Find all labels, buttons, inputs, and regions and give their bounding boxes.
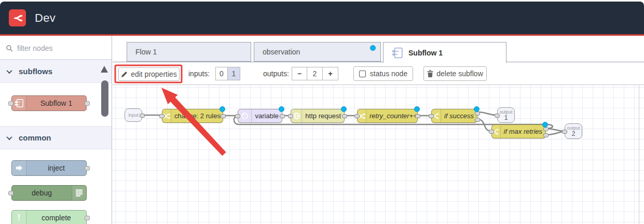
trash-icon xyxy=(427,70,433,77)
node-port[interactable] xyxy=(140,114,145,118)
debug-list-icon xyxy=(72,186,86,200)
modified-indicator-dot xyxy=(341,106,347,112)
flow-node-if-success[interactable]: if success xyxy=(431,109,477,123)
tab-observation[interactable]: observation xyxy=(254,42,381,62)
node-port[interactable] xyxy=(543,133,549,137)
subflow-output-2-node[interactable]: output 2 xyxy=(565,123,582,139)
wires xyxy=(113,85,644,224)
subflow-icon xyxy=(392,47,403,59)
palette-port xyxy=(8,191,13,195)
palette-category-common[interactable]: common xyxy=(0,126,112,149)
palette-search xyxy=(0,37,112,60)
exclamation-icon: ! xyxy=(12,211,26,224)
node-port[interactable] xyxy=(543,127,549,131)
workspace-tabs: Flow 1 observation Subflow 1 xyxy=(113,37,644,62)
flow-node-variable[interactable]: variable xyxy=(238,109,282,123)
node-port[interactable] xyxy=(354,114,360,118)
node-port[interactable] xyxy=(475,118,480,122)
palette-node-subflow-1[interactable]: Subflow 1 xyxy=(11,95,87,111)
palette-port xyxy=(85,166,90,171)
modified-indicator-dot xyxy=(220,106,225,112)
subflow-input-node[interactable]: input xyxy=(125,108,142,122)
palette-sidebar: subflows Subflow 1 common xyxy=(0,36,112,224)
palette-port xyxy=(85,101,90,106)
tab-flow-1[interactable]: Flow 1 xyxy=(127,42,251,62)
node-port[interactable] xyxy=(415,114,420,118)
outputs-label: outputs: xyxy=(263,62,289,85)
node-port[interactable] xyxy=(235,114,240,118)
flow-node-http-request[interactable]: http request xyxy=(291,109,345,123)
edit-properties-button[interactable]: edit properties xyxy=(118,67,180,81)
node-port[interactable] xyxy=(159,114,165,118)
inputs-label: inputs: xyxy=(188,62,210,85)
outputs-decrement-button[interactable]: − xyxy=(292,67,307,80)
subflow-icon xyxy=(12,96,26,110)
modified-indicator-dot xyxy=(414,106,420,112)
node-port[interactable] xyxy=(562,130,567,134)
palette-category-subflows[interactable]: subflows xyxy=(0,60,112,83)
search-icon xyxy=(6,45,13,52)
checkbox-icon xyxy=(359,71,366,77)
chevron-down-icon xyxy=(6,134,12,139)
palette-node-debug[interactable]: debug xyxy=(11,185,87,201)
outputs-stepper: − 2 + xyxy=(292,67,338,80)
status-node-toggle[interactable]: status node xyxy=(353,66,413,81)
flow-node-retry-counter[interactable]: retry_counter++ xyxy=(357,109,418,123)
app-header: Dev xyxy=(0,2,644,34)
outputs-increment-button[interactable]: + xyxy=(323,67,338,80)
modified-indicator-dot xyxy=(370,45,376,51)
node-red-editor: Dev subflows xyxy=(0,0,644,224)
inputs-toggle: 0 1 xyxy=(215,67,240,80)
palette-scrollbar-thumb[interactable] xyxy=(101,80,108,117)
pencil-icon xyxy=(121,71,128,78)
node-port[interactable] xyxy=(489,130,494,134)
flow-node-if-max-retries[interactable]: if max retries xyxy=(491,124,546,138)
modified-indicator-dot xyxy=(474,106,479,112)
outputs-value[interactable]: 2 xyxy=(307,67,323,80)
chevron-down-icon xyxy=(6,67,12,73)
node-port[interactable] xyxy=(221,114,226,118)
node-port[interactable] xyxy=(429,114,434,118)
node-red-logo-icon xyxy=(9,9,26,26)
inject-arrow-icon xyxy=(12,161,26,175)
inputs-option-0[interactable]: 0 xyxy=(215,67,228,80)
node-port[interactable] xyxy=(475,111,480,116)
palette-port xyxy=(8,101,13,106)
modified-indicator-dot xyxy=(279,106,284,112)
subflow-output-1-node[interactable]: output 1 xyxy=(497,107,515,123)
workspace-title: Dev xyxy=(35,11,56,25)
node-port[interactable] xyxy=(280,114,285,118)
flow-canvas[interactable]: input change: 2 rules xyxy=(113,85,644,224)
palette-port xyxy=(85,216,90,220)
filter-nodes-input[interactable] xyxy=(17,44,95,52)
flow-node-change-2-rules[interactable]: change: 2 rules xyxy=(162,109,223,123)
inputs-option-1[interactable]: 1 xyxy=(228,67,240,80)
palette-node-complete[interactable]: ! complete xyxy=(11,210,87,224)
modified-indicator-dot xyxy=(542,122,548,128)
palette-scroll-up-icon[interactable] xyxy=(101,66,108,73)
node-port[interactable] xyxy=(342,114,347,118)
node-port[interactable] xyxy=(288,114,293,118)
palette-node-inject[interactable]: inject xyxy=(11,160,87,176)
subflow-toolbar: edit properties inputs: 0 1 outputs: − 2… xyxy=(113,62,644,85)
delete-subflow-button[interactable]: delete subflow xyxy=(423,66,487,81)
tab-subflow-1[interactable]: Subflow 1 xyxy=(383,42,506,63)
node-port[interactable] xyxy=(495,114,500,118)
